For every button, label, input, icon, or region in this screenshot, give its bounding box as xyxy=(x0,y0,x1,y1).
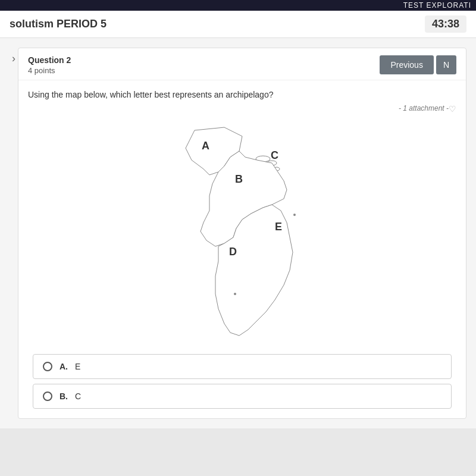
top-bar: TEST EXPLORATI xyxy=(0,0,476,11)
heart-icon: ♡ xyxy=(449,104,456,114)
attachment-label: - 1 attachment - xyxy=(399,104,449,114)
svg-text:E: E xyxy=(275,221,282,233)
radio-a[interactable] xyxy=(43,362,52,371)
side-arrow: › xyxy=(10,48,18,419)
option-a-letter: A. xyxy=(60,362,68,371)
header: solutism PERIOD 5 43:38 xyxy=(0,11,476,38)
question-points: 4 points xyxy=(28,66,380,75)
page-title: solutism PERIOD 5 xyxy=(10,18,107,30)
top-bar-label: TEST EXPLORATI xyxy=(403,1,471,10)
attachment-area: - 1 attachment - ♡ xyxy=(28,104,456,114)
question-body: Using the map below, which letter best r… xyxy=(18,80,466,418)
svg-text:C: C xyxy=(271,149,278,161)
previous-button[interactable]: Previous xyxy=(380,55,433,74)
svg-text:B: B xyxy=(235,173,243,185)
answer-options: A. E B. C xyxy=(28,354,456,409)
question-card: Question 2 4 points Previous N Using the… xyxy=(18,48,466,419)
option-a[interactable]: A. E xyxy=(33,354,452,379)
option-b[interactable]: B. C xyxy=(33,384,452,409)
question-label: Question 2 xyxy=(28,55,380,65)
option-b-value: C xyxy=(75,392,81,401)
svg-text:A: A xyxy=(202,140,209,152)
map-svg: A B C D E xyxy=(147,118,337,345)
question-text: Using the map below, which letter best r… xyxy=(28,90,456,99)
question-meta: Question 2 4 points xyxy=(28,55,380,75)
question-header: Question 2 4 points Previous N xyxy=(18,48,466,80)
next-button[interactable]: N xyxy=(436,55,456,74)
map-container: A B C D E xyxy=(28,118,456,345)
main-content: › Question 2 4 points Previous N Using t… xyxy=(0,38,476,428)
timer: 43:38 xyxy=(425,15,466,33)
radio-b[interactable] xyxy=(43,392,52,401)
svg-point-9 xyxy=(234,293,236,295)
svg-text:D: D xyxy=(229,246,237,258)
svg-point-10 xyxy=(293,214,296,216)
option-a-value: E xyxy=(75,362,80,371)
option-b-letter: B. xyxy=(60,392,68,401)
nav-buttons: Previous N xyxy=(380,55,456,74)
